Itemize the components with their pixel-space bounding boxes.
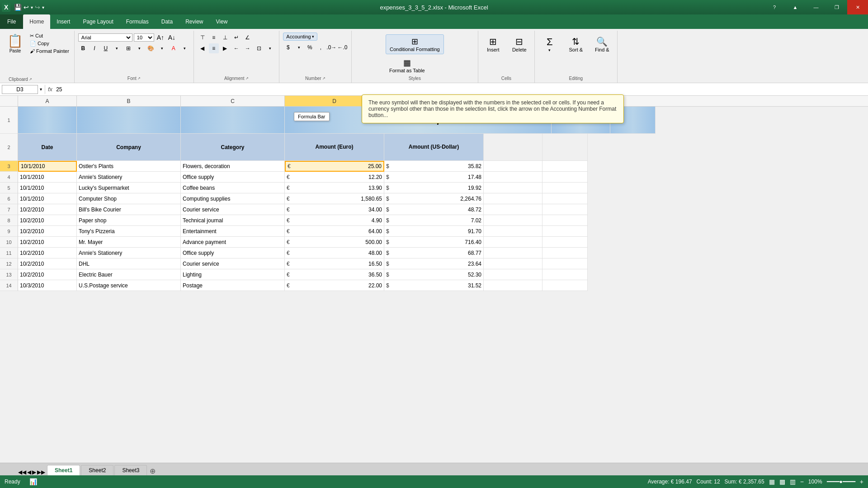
cut-button[interactable]: ✂ Cut [28, 33, 71, 39]
prev-sheet-icon[interactable]: ◀◀ [18, 469, 26, 475]
cell-d7[interactable]: €34.00 [285, 204, 384, 215]
tab-formulas[interactable]: Formulas [120, 14, 155, 29]
paste-button[interactable]: 📋 Paste [5, 33, 26, 54]
sheet-tab-sheet3[interactable]: Sheet3 [114, 465, 147, 475]
cell-a7[interactable]: 10/2/2010 [18, 204, 77, 215]
tab-insert[interactable]: Insert [50, 14, 76, 29]
tab-data[interactable]: Data [155, 14, 179, 29]
cell-f2[interactable] [484, 134, 542, 161]
cell-b4[interactable]: Annie's Stationery [77, 172, 181, 183]
cell-f13[interactable] [484, 269, 542, 280]
tab-home[interactable]: Home [23, 14, 50, 29]
ribbon-collapse-icon[interactable]: ▲ [785, 0, 806, 14]
decrease-font-btn[interactable]: A↓ [167, 33, 177, 42]
minimize-button[interactable]: — [806, 0, 826, 14]
align-left-btn[interactable]: ◀ [198, 43, 208, 53]
cell-b7[interactable]: Bill's Bike Courier [77, 204, 181, 215]
currency-btn[interactable]: $ [283, 42, 293, 52]
cell-a9[interactable]: 10/2/2010 [18, 226, 77, 237]
cell-a4[interactable]: 10/1/2010 [18, 172, 77, 183]
next-sheet-icon[interactable]: ▶ [32, 469, 36, 475]
cell-g14[interactable] [542, 280, 588, 291]
cell-g12[interactable] [542, 258, 588, 269]
cell-b9[interactable]: Tony's Pizzeria [77, 226, 181, 237]
cell-a1[interactable] [18, 107, 77, 134]
cell-g3[interactable] [542, 161, 588, 172]
help-icon[interactable]: ? [764, 0, 785, 14]
cell-c11[interactable]: Office supply [181, 248, 285, 258]
cell-e4[interactable]: $17.48 [384, 172, 484, 183]
cell-c8[interactable]: Technical journal [181, 215, 285, 226]
align-top-btn[interactable]: ⊤ [198, 33, 208, 42]
cell-d2[interactable]: Amount (Euro) [285, 134, 384, 161]
cell-g10[interactable] [542, 237, 588, 248]
align-bottom-btn[interactable]: ⊥ [220, 33, 230, 42]
cell-d8[interactable]: €4.90 [285, 215, 384, 226]
cell-a5[interactable]: 10/1/2010 [18, 183, 77, 193]
align-middle-btn[interactable]: ≡ [209, 33, 219, 42]
font-size-select[interactable]: 10 [134, 33, 154, 42]
format-painter-button[interactable]: 🖌 Format Painter [28, 48, 71, 54]
col-header-b[interactable]: B [77, 96, 181, 106]
undo-dropdown-icon[interactable]: ▾ [31, 5, 33, 10]
cell-d10[interactable]: €500.00 [285, 237, 384, 248]
formula-bar-dropdown[interactable]: ▾ [40, 87, 42, 92]
indent-increase-btn[interactable]: → [243, 43, 253, 53]
add-sheet-icon[interactable]: ⊕ [150, 467, 156, 475]
find-button[interactable]: 🔍 Find & [591, 34, 613, 54]
tab-page-layout[interactable]: Page Layout [76, 14, 119, 29]
tab-review[interactable]: Review [179, 14, 209, 29]
sort-button[interactable]: ⇅ Sort & [565, 34, 587, 54]
cell-a6[interactable]: 10/1/2010 [18, 193, 77, 204]
cell-e2[interactable]: Amount (US-Dollar) [384, 134, 484, 161]
delete-button[interactable]: ⊟ Delete [508, 34, 531, 54]
conditional-formatting-button[interactable]: ⊞ Conditional Formatting [386, 34, 444, 54]
cell-f10[interactable] [484, 237, 542, 248]
cell-b8[interactable]: Paper shop [77, 215, 181, 226]
formula-input[interactable] [54, 85, 866, 94]
border-dropdown[interactable]: ▾ [135, 43, 145, 53]
cell-c10[interactable]: Advance payment [181, 237, 285, 248]
cell-b5[interactable]: Lucky's Supermarket [77, 183, 181, 193]
cell-d4[interactable]: €12.20 [285, 172, 384, 183]
cell-d6[interactable]: €1,580.65 [285, 193, 384, 204]
customize-icon[interactable]: ▾ [42, 5, 44, 10]
cell-b3[interactable]: Ostler's Plants [77, 161, 181, 172]
cell-c9[interactable]: Entertainment [181, 226, 285, 237]
col-header-c[interactable]: C [181, 96, 285, 106]
cell-a13[interactable]: 10/2/2010 [18, 269, 77, 280]
font-color-dropdown[interactable]: ▾ [180, 43, 190, 53]
align-right-btn[interactable]: ▶ [220, 43, 230, 53]
insert-button[interactable]: ⊞ Insert [482, 34, 505, 54]
fill-color-button[interactable]: 🎨 [146, 43, 156, 53]
cell-c7[interactable]: Courier service [181, 204, 285, 215]
col-header-a[interactable]: A [18, 96, 77, 106]
cell-b13[interactable]: Electric Bauer [77, 269, 181, 280]
cell-f4[interactable] [484, 172, 542, 183]
cell-d12[interactable]: €16.50 [285, 258, 384, 269]
cell-c6[interactable]: Computing supplies [181, 193, 285, 204]
cell-e7[interactable]: $48.72 [384, 204, 484, 215]
sum-button[interactable]: Σ ▾ [538, 34, 561, 54]
cell-g5[interactable] [542, 183, 588, 193]
cell-f7[interactable] [484, 204, 542, 215]
cell-e9[interactable]: $91.70 [384, 226, 484, 237]
cell-g13[interactable] [542, 269, 588, 280]
cell-a12[interactable]: 10/2/2010 [18, 258, 77, 269]
cell-a10[interactable]: 10/2/2010 [18, 237, 77, 248]
cell-a3[interactable]: 10/1/2010 [18, 161, 77, 172]
cell-b12[interactable]: DHL [77, 258, 181, 269]
cell-f12[interactable] [484, 258, 542, 269]
cell-g6[interactable] [542, 193, 588, 204]
underline-button[interactable]: U [101, 43, 111, 53]
clipboard-expand-icon[interactable]: ↗ [29, 77, 32, 81]
cell-e13[interactable]: $52.30 [384, 269, 484, 280]
accounting-dropdown-icon[interactable]: ▾ [312, 34, 314, 39]
increase-font-btn[interactable]: A↑ [156, 33, 165, 42]
cell-c14[interactable]: Postage [181, 280, 285, 291]
border-button[interactable]: ⊞ [123, 43, 133, 53]
cell-g2[interactable] [542, 134, 588, 161]
cell-c3[interactable]: Flowers, decoration [181, 161, 285, 172]
cell-reference-box[interactable] [2, 85, 38, 94]
wrap-text-btn[interactable]: ↵ [231, 33, 241, 42]
